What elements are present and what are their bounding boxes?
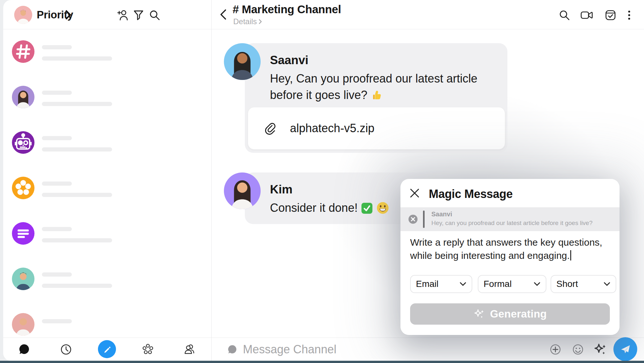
attachment-filename: alphatech-v5.zip [290,122,374,135]
skeleton-line [42,272,72,277]
plus-icon[interactable] [549,343,562,356]
tone-dropdown[interactable]: Formal [478,275,546,293]
generating-button[interactable]: Generating [410,303,610,325]
compose-tab-icon[interactable] [98,340,116,358]
modal-title: Magic Message [429,187,513,201]
sender-name: Kim [270,183,293,196]
chat-bubble-icon [226,343,238,356]
message-bubble: Saanvi Hey, Can you proofread our latest… [245,43,507,153]
prompt-input[interactable]: Write a reply that answers the key quest… [410,236,608,262]
message-input[interactable] [242,342,424,357]
bald-man-avatar-icon [12,313,34,336]
check-mark-button-emoji [361,202,373,219]
skeleton-line [42,238,112,242]
back-icon[interactable] [218,8,228,21]
woman-avatar-icon [12,86,34,108]
workspace-avatar[interactable] [14,6,32,24]
hash-channel-icon [12,40,34,63]
details-chevron-icon [258,19,262,25]
add-person-icon[interactable] [116,8,130,22]
details-label: Details [233,17,257,26]
tasks-icon[interactable] [604,8,617,22]
quote-sender: Saanvi [431,211,452,218]
generating-label: Generating [490,308,547,320]
chevron-right-icon[interactable] [64,9,72,20]
sidebar-divider [211,0,212,361]
skeleton-line [42,227,72,231]
chevron-down-icon [603,282,610,286]
flower-icon [12,177,34,199]
magic-sparkle-icon[interactable] [593,342,608,357]
search-chat-icon[interactable] [558,8,571,22]
message-avatar[interactable] [224,43,261,80]
list-item-channel[interactable] [3,29,211,74]
app-window: Priority # Marketing Channel Details [3,0,644,361]
emoji-icon[interactable] [571,343,585,356]
paperclip-icon [263,122,276,135]
length-dropdown[interactable]: Short [551,275,616,293]
grinning-face-emoji [376,201,389,219]
skeleton-line [42,45,72,49]
text-cursor [570,250,571,260]
send-button[interactable] [613,337,637,361]
format-dropdown[interactable]: Email [410,275,472,293]
chats-tab-icon[interactable] [17,343,31,356]
skeleton-line [42,193,112,197]
header-divider [3,29,644,29]
send-icon [619,343,632,356]
man-avatar-icon [14,6,32,24]
skeleton-line [42,102,112,106]
kebab-menu-icon[interactable] [625,8,633,22]
skeleton-line [42,147,112,152]
man-avatar-icon [12,268,34,290]
list-item-user[interactable] [3,74,211,120]
chevron-down-icon [459,282,466,286]
search-icon[interactable] [148,8,161,22]
list-item-app[interactable] [3,165,211,211]
apps-tab-icon[interactable] [141,343,155,356]
message-text: Hey, Can you proofread our latest articl… [270,70,500,106]
screen-edge-strip [0,361,644,363]
sender-name: Saanvi [270,54,308,67]
skeleton-line [42,319,72,323]
screen: Priority # Marketing Channel Details [0,0,644,363]
composer-bar [3,338,644,361]
contacts-tab-icon[interactable] [183,343,196,356]
magic-message-modal: Magic Message Saanvi Hey, can you proofr… [400,179,620,335]
skeleton-line [42,56,112,61]
message-avatar[interactable] [224,172,261,209]
attachment-card[interactable]: alphatech-v5.zip [248,107,505,150]
thumbs-up-emoji [370,89,383,106]
video-call-icon[interactable] [580,8,594,22]
recents-tab-icon[interactable] [59,343,73,356]
filter-icon[interactable] [132,8,145,22]
skeleton-line [42,136,72,140]
close-icon[interactable] [409,187,420,199]
sparkle-icon [473,308,485,320]
list-item-bot[interactable] [3,120,211,165]
list-item-notes[interactable] [3,211,211,256]
notes-lines-icon [12,222,34,245]
remove-quote-icon[interactable] [408,214,418,224]
skeleton-line [42,91,72,95]
channel-details[interactable]: Details [233,17,262,26]
skeleton-line [42,182,72,186]
quote-bar [423,211,425,228]
quoted-message: Saanvi Hey, can you proofread our latest… [400,207,620,231]
skeleton-line [42,284,112,288]
list-item-user[interactable] [3,256,211,301]
chevron-down-icon [533,282,541,286]
robot-icon [12,131,34,154]
channel-title: # Marketing Channel [233,3,341,16]
quote-text: Hey, can you proofread our latest articl… [431,220,592,227]
